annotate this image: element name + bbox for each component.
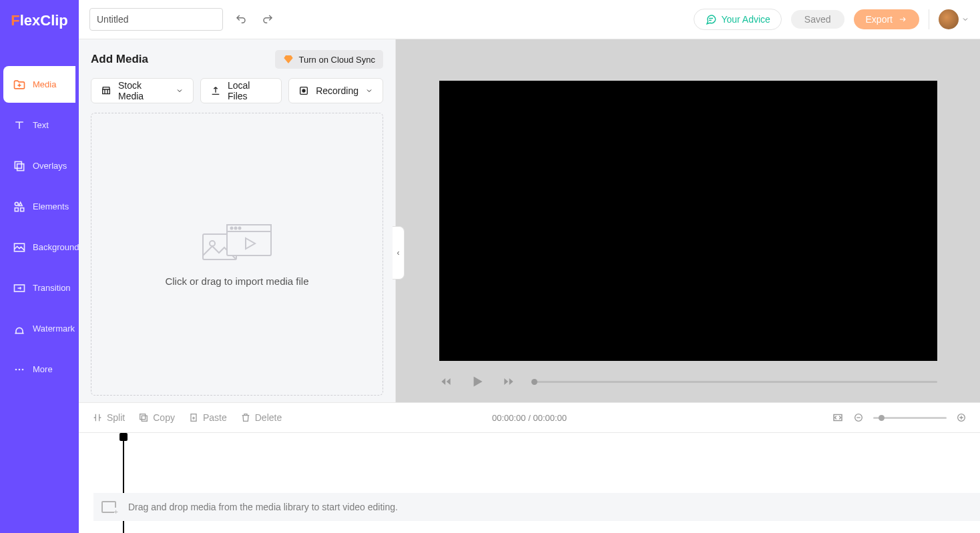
- recording-label: Recording: [316, 85, 358, 96]
- copy-button[interactable]: Copy: [138, 412, 175, 423]
- svg-point-16: [231, 227, 233, 229]
- sidebar-item-overlays[interactable]: Overlays: [3, 147, 75, 184]
- delete-label: Delete: [255, 412, 282, 423]
- more-icon: [13, 363, 26, 376]
- svg-rect-1: [17, 163, 24, 170]
- brand-logo: FlexClip: [11, 12, 68, 29]
- recording-button[interactable]: Recording: [288, 78, 383, 103]
- sidebar-item-transition[interactable]: Transition: [3, 270, 75, 306]
- sidebar-item-label: Elements: [33, 201, 69, 211]
- svg-point-11: [302, 89, 305, 92]
- rewind-button[interactable]: [439, 375, 453, 388]
- collapse-panel-button[interactable]: ‹: [393, 226, 405, 280]
- paste-button[interactable]: Paste: [188, 412, 227, 423]
- chevron-down-icon: [961, 15, 969, 23]
- trash-icon: [240, 412, 251, 423]
- sidebar-item-text[interactable]: Text: [3, 107, 75, 143]
- sidebar-item-label: Transition: [33, 283, 71, 293]
- sidebar-item-label: Overlays: [33, 161, 67, 171]
- play-button[interactable]: [469, 373, 486, 390]
- svg-rect-3: [15, 207, 18, 211]
- delete-button[interactable]: Delete: [240, 412, 282, 423]
- sidebar-item-background[interactable]: Background: [3, 229, 75, 265]
- overlays-icon: [13, 159, 26, 173]
- svg-point-7: [15, 368, 17, 370]
- import-media-icon: [200, 222, 274, 262]
- chevron-down-icon: [365, 87, 373, 95]
- topbar-divider: [929, 9, 929, 29]
- sidebar-item-label: Text: [33, 120, 49, 130]
- paste-icon: [188, 412, 199, 423]
- sidebar-item-label: Watermark: [33, 324, 75, 334]
- store-icon: [101, 85, 111, 96]
- export-button[interactable]: Export: [854, 9, 919, 29]
- chevron-left-icon: ‹: [397, 248, 400, 257]
- sidebar-item-label: Media: [33, 79, 56, 89]
- media-folder-icon: [13, 78, 26, 91]
- add-media-icon: [101, 501, 116, 513]
- timeline-empty-hint: Drag and drop media from the media libra…: [93, 493, 980, 521]
- player-controls: [439, 361, 937, 390]
- cloud-sync-label: Turn on Cloud Sync: [299, 55, 375, 65]
- svg-point-17: [235, 227, 237, 229]
- fit-button[interactable]: [832, 412, 844, 424]
- sidebar-item-elements[interactable]: Elements: [3, 188, 75, 225]
- svg-point-8: [19, 368, 21, 370]
- zoom-slider[interactable]: [873, 417, 947, 419]
- time-display: 00:00:00 / 00:00:00: [492, 413, 567, 423]
- undo-button[interactable]: [232, 11, 250, 28]
- avatar: [939, 9, 959, 29]
- svg-rect-0: [15, 161, 21, 168]
- split-label: Split: [107, 412, 125, 423]
- project-title-input[interactable]: [89, 8, 223, 31]
- svg-point-18: [239, 227, 241, 229]
- sidebar-item-more[interactable]: More: [3, 351, 75, 388]
- forward-button[interactable]: [502, 375, 515, 388]
- watermark-icon: [13, 322, 26, 336]
- local-files-label: Local Files: [228, 80, 272, 101]
- timeline-hint-text: Drag and drop media from the media libra…: [128, 502, 398, 512]
- media-panel-title: Add Media: [91, 53, 148, 66]
- redo-button[interactable]: [259, 11, 276, 28]
- your-advice-button[interactable]: Your Advice: [694, 9, 781, 30]
- top-bar: Your Advice Saved Export: [79, 0, 980, 39]
- copy-label: Copy: [153, 412, 175, 423]
- svg-rect-4: [21, 207, 24, 211]
- timeline[interactable]: Drag and drop media from the media libra…: [79, 433, 980, 533]
- main-area: Your Advice Saved Export Add: [79, 0, 980, 533]
- media-panel: Add Media Turn on Cloud Sync Stock Media: [79, 39, 396, 402]
- brand-logo-accent: F: [11, 12, 19, 29]
- svg-point-2: [15, 202, 18, 205]
- chat-icon: [705, 13, 717, 25]
- sidebar-item-label: More: [33, 364, 53, 374]
- playback-progress[interactable]: [531, 381, 937, 383]
- local-files-button[interactable]: Local Files: [200, 78, 282, 103]
- save-status: Saved: [791, 10, 844, 29]
- sidebar-item-media[interactable]: Media: [3, 66, 75, 103]
- record-icon: [298, 85, 309, 96]
- dropzone-text: Click or drag to import media file: [165, 276, 308, 287]
- upload-icon: [210, 85, 221, 96]
- chevron-down-icon: [176, 87, 184, 95]
- zoom-in-button[interactable]: [956, 412, 967, 423]
- account-menu[interactable]: [939, 9, 969, 29]
- stock-media-button[interactable]: Stock Media: [91, 78, 194, 103]
- arrow-right-icon: [898, 15, 907, 24]
- media-dropzone[interactable]: Click or drag to import media file: [91, 113, 383, 396]
- preview-area: [396, 39, 980, 402]
- video-canvas[interactable]: [439, 81, 937, 361]
- sidebar-item-label: Background: [33, 242, 79, 252]
- split-button[interactable]: Split: [92, 412, 125, 423]
- zoom-out-button[interactable]: [853, 412, 864, 423]
- svg-rect-20: [140, 414, 146, 420]
- background-icon: [13, 241, 26, 254]
- brand-logo-text: lexClip: [20, 12, 68, 29]
- split-icon: [92, 412, 103, 423]
- transition-icon: [13, 282, 26, 295]
- advice-label: Your Advice: [721, 14, 770, 25]
- cloud-sync-button[interactable]: Turn on Cloud Sync: [275, 50, 383, 69]
- left-sidebar: FlexClip Media Text Overlays Elements: [0, 0, 79, 533]
- sidebar-item-watermark[interactable]: Watermark: [3, 310, 75, 347]
- paste-label: Paste: [203, 412, 227, 423]
- svg-rect-19: [142, 416, 148, 421]
